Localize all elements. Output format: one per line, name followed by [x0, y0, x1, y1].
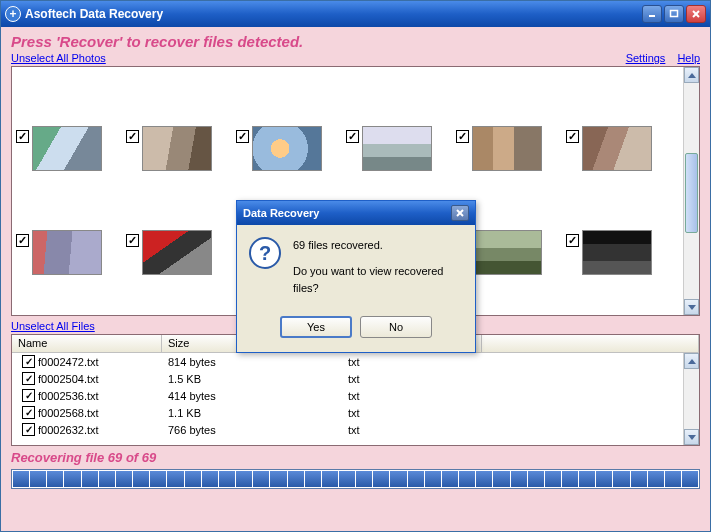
photo-thumbnail	[582, 126, 652, 171]
unselect-all-photos-link[interactable]: Unselect All Photos	[11, 52, 106, 64]
photo-checkbox[interactable]	[566, 234, 579, 247]
file-ext: txt	[342, 424, 482, 436]
photo-thumbnail	[252, 126, 322, 171]
window-title: Asoftech Data Recovery	[25, 7, 642, 21]
maximize-button[interactable]	[664, 5, 684, 23]
dialog-message-line1: 69 files recovered.	[293, 237, 463, 255]
photo-checkbox[interactable]	[126, 234, 139, 247]
file-name: f0002632.txt	[38, 424, 99, 436]
photo-thumbnail	[142, 230, 212, 275]
question-icon: ?	[249, 237, 281, 269]
photo-thumbnail	[582, 230, 652, 275]
photo-thumbnail	[362, 126, 432, 171]
close-button[interactable]	[686, 5, 706, 23]
file-size: 414 bytes	[162, 390, 342, 402]
photo-checkbox[interactable]	[16, 130, 29, 143]
photos-scrollbar[interactable]	[683, 67, 699, 315]
minimize-button[interactable]	[642, 5, 662, 23]
file-ext: txt	[342, 373, 482, 385]
column-header-empty	[482, 335, 699, 352]
photo-item[interactable]	[126, 177, 216, 277]
photo-checkbox[interactable]	[566, 130, 579, 143]
photo-item[interactable]	[346, 73, 436, 173]
app-icon	[5, 6, 21, 22]
photo-thumbnail	[472, 126, 542, 171]
titlebar: Asoftech Data Recovery	[1, 1, 710, 27]
photo-thumbnail	[32, 126, 102, 171]
photo-checkbox[interactable]	[346, 130, 359, 143]
status-text: Recovering file 69 of 69	[11, 450, 700, 465]
dialog-titlebar: Data Recovery	[237, 201, 475, 225]
file-row[interactable]: f0002632.txt 766 bytes txt	[12, 421, 699, 438]
file-checkbox[interactable]	[22, 372, 35, 385]
file-ext: txt	[342, 407, 482, 419]
photo-checkbox[interactable]	[126, 130, 139, 143]
files-scrollbar[interactable]	[683, 353, 699, 445]
file-row[interactable]: f0002568.txt 1.1 KB txt	[12, 404, 699, 421]
yes-button[interactable]: Yes	[280, 316, 352, 338]
files-body: f0002472.txt 814 bytes txt f0002504.txt …	[12, 353, 699, 438]
file-row[interactable]: f0002536.txt 414 bytes txt	[12, 387, 699, 404]
unselect-all-files-link[interactable]: Unselect All Files	[11, 320, 95, 332]
photo-thumbnail	[142, 126, 212, 171]
photo-item[interactable]	[456, 73, 546, 173]
svg-rect-1	[671, 11, 678, 17]
photo-item[interactable]	[16, 177, 106, 277]
file-name: f0002472.txt	[38, 356, 99, 368]
progress-bar	[11, 469, 700, 489]
photo-thumbnail	[32, 230, 102, 275]
dialog-close-button[interactable]	[451, 205, 469, 221]
photo-checkbox[interactable]	[16, 234, 29, 247]
photo-checkbox[interactable]	[456, 130, 469, 143]
file-checkbox[interactable]	[22, 355, 35, 368]
recovery-dialog: Data Recovery ? 69 files recovered. Do y…	[236, 200, 476, 353]
photo-item[interactable]	[566, 177, 656, 277]
photo-thumbnail	[472, 230, 542, 275]
photo-checkbox[interactable]	[236, 130, 249, 143]
photo-item[interactable]	[236, 73, 326, 173]
no-button[interactable]: No	[360, 316, 432, 338]
file-checkbox[interactable]	[22, 423, 35, 436]
dialog-message-line2: Do you want to view recovered files?	[293, 263, 463, 298]
file-size: 1.5 KB	[162, 373, 342, 385]
settings-link[interactable]: Settings	[626, 52, 666, 64]
file-size: 1.1 KB	[162, 407, 342, 419]
help-link[interactable]: Help	[677, 52, 700, 64]
instruction-text: Press 'Recover' to recover files detecte…	[11, 33, 700, 50]
file-name: f0002568.txt	[38, 407, 99, 419]
photo-item[interactable]	[16, 73, 106, 173]
file-checkbox[interactable]	[22, 389, 35, 402]
dialog-title: Data Recovery	[243, 207, 319, 219]
scroll-up-icon[interactable]	[684, 353, 699, 369]
scroll-down-icon[interactable]	[684, 429, 699, 445]
file-ext: txt	[342, 390, 482, 402]
file-size: 766 bytes	[162, 424, 342, 436]
file-name: f0002504.txt	[38, 373, 99, 385]
file-name: f0002536.txt	[38, 390, 99, 402]
file-row[interactable]: f0002472.txt 814 bytes txt	[12, 353, 699, 370]
file-ext: txt	[342, 356, 482, 368]
file-row[interactable]: f0002504.txt 1.5 KB txt	[12, 370, 699, 387]
scroll-down-icon[interactable]	[684, 299, 699, 315]
file-size: 814 bytes	[162, 356, 342, 368]
scroll-up-icon[interactable]	[684, 67, 699, 83]
photo-item[interactable]	[566, 73, 656, 173]
scrollbar-thumb[interactable]	[685, 153, 698, 233]
column-header-name[interactable]: Name	[12, 335, 162, 352]
file-checkbox[interactable]	[22, 406, 35, 419]
photo-item[interactable]	[126, 73, 216, 173]
